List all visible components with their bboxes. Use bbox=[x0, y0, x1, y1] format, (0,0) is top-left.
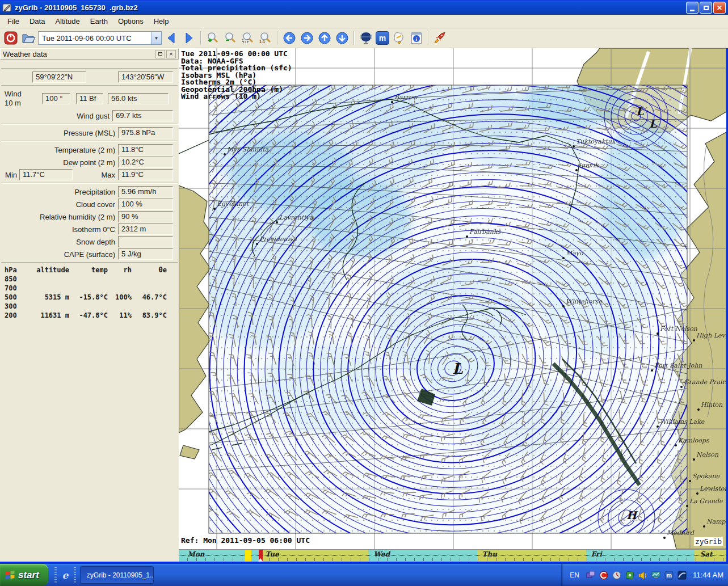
float-panel-button[interactable] bbox=[155, 50, 165, 58]
globe-icon bbox=[359, 31, 373, 45]
panel-title: Weather data bbox=[3, 50, 154, 58]
city-dot bbox=[575, 169, 578, 171]
humidity-label: Relative humidity (2 m) bbox=[0, 213, 118, 221]
wind-direction-value: 100 ° bbox=[42, 93, 70, 104]
city-dot bbox=[697, 408, 700, 411]
isotherm-value: 2312 m bbox=[118, 224, 173, 235]
maximize-button[interactable] bbox=[700, 2, 712, 14]
close-button[interactable]: ✕ bbox=[713, 2, 726, 14]
weather-map[interactable]: LLLHMys ShmidtaEgvekinotLavrentiyaProvid… bbox=[179, 48, 726, 549]
pressure-center-label: H bbox=[626, 509, 638, 521]
city-dot bbox=[657, 425, 659, 428]
place-name-label: Grande Prairie bbox=[684, 378, 726, 386]
city-dot bbox=[703, 525, 705, 528]
grib-info-button[interactable]: i bbox=[409, 30, 424, 46]
quicklaunch-grip[interactable] bbox=[54, 567, 57, 583]
menu-file[interactable]: File bbox=[2, 15, 24, 27]
menu-help[interactable]: Help bbox=[149, 15, 174, 27]
pan-down-button[interactable] bbox=[334, 30, 350, 46]
clock: 11:44 AM bbox=[693, 571, 723, 579]
quit-button[interactable] bbox=[3, 30, 19, 46]
temperature-value: 11.8°C bbox=[118, 144, 173, 155]
current-time-marker[interactable] bbox=[259, 550, 263, 562]
place-name-label: Mayo bbox=[566, 250, 584, 257]
toolbar: Tue 2011-09-06 00:00 UTC ▼ bbox=[0, 28, 728, 48]
display-settings-icon[interactable] bbox=[586, 571, 595, 580]
city-dot bbox=[663, 537, 666, 539]
table-row: 20011631 m -47.8°C11% 83.9°C bbox=[5, 311, 167, 320]
window-title: zyGrib - 20110905_165730_.grb.bz2 bbox=[15, 3, 686, 12]
minimize-button[interactable] bbox=[686, 2, 698, 14]
datetime-value: Tue 2011-09-06 00:00 UTC bbox=[39, 34, 151, 43]
place-name-label: High Level bbox=[696, 332, 726, 339]
wind-gust-value: 69.7 kts bbox=[112, 110, 173, 121]
humidity-value: 90 % bbox=[118, 211, 173, 222]
title-bar: zyGrib - 20110905_165730_.grb.bz2 ✕ bbox=[0, 0, 728, 15]
graphics-tray-icon[interactable] bbox=[651, 571, 660, 580]
zygrib-task-button[interactable]: zyGrib - 20110905_1... bbox=[80, 566, 154, 584]
vpn-status-icon[interactable] bbox=[625, 571, 634, 580]
windows-logo-icon bbox=[5, 570, 15, 580]
min-label: Min bbox=[5, 171, 19, 179]
volume-icon[interactable] bbox=[638, 571, 647, 580]
internet-explorer-icon[interactable]: e bbox=[58, 564, 72, 586]
meteotable-button[interactable]: m bbox=[376, 31, 389, 45]
pan-up-button[interactable] bbox=[317, 30, 333, 46]
compass-button[interactable] bbox=[391, 30, 407, 46]
messenger-tray-icon[interactable]: m bbox=[664, 571, 674, 580]
next-timestep-button[interactable] bbox=[181, 30, 197, 46]
cape-value: 5 J/kg bbox=[118, 248, 173, 260]
language-indicator[interactable]: EN bbox=[567, 570, 582, 580]
cape-label: CAPE (surface) bbox=[0, 250, 118, 259]
system-tray: EN m 11:44 AM bbox=[561, 564, 728, 586]
zoom-actual-button[interactable]: 1:1 bbox=[258, 30, 273, 46]
open-file-button[interactable] bbox=[20, 30, 36, 46]
zoom-in-button[interactable] bbox=[205, 30, 221, 46]
taskbar-grip[interactable] bbox=[74, 567, 76, 583]
city-dot bbox=[689, 480, 691, 482]
menu-data[interactable]: Data bbox=[24, 15, 50, 27]
menu-options[interactable]: Options bbox=[113, 15, 149, 27]
zoom-out-button[interactable] bbox=[222, 30, 238, 46]
max-temp-value: 11.9°C bbox=[118, 169, 173, 180]
start-button[interactable]: start bbox=[0, 564, 48, 586]
circle-arrow-right-icon bbox=[300, 31, 314, 45]
swoosh-tray-icon[interactable] bbox=[677, 571, 687, 580]
table-row: 700 bbox=[5, 284, 167, 293]
city-dot bbox=[391, 101, 393, 103]
wind-label: Wind 10 m bbox=[5, 90, 42, 108]
place-name-label: Provideniya bbox=[259, 235, 297, 243]
city-dot bbox=[693, 458, 695, 461]
menu-earth[interactable]: Earth bbox=[85, 15, 113, 27]
taskbar: start e zyGrib - 20110905_1... EN bbox=[0, 564, 728, 586]
city-dot bbox=[573, 145, 575, 147]
place-name-label: Fort Nelson bbox=[660, 325, 698, 332]
place-name-label: Spokane bbox=[692, 473, 721, 480]
zygrib-app-icon bbox=[2, 3, 12, 12]
chevron-down-icon[interactable]: ▼ bbox=[151, 32, 161, 44]
place-name-label: Barrow bbox=[394, 94, 419, 101]
city-dot bbox=[562, 257, 565, 259]
arrow-right-icon bbox=[183, 32, 195, 44]
map-canvas[interactable]: LLLHMys ShmidtaEgvekinotLavrentiyaProvid… bbox=[179, 48, 726, 549]
timeline[interactable]: Mon Tue Wed Thu Fri Sat bbox=[179, 549, 726, 562]
city-dot bbox=[562, 305, 565, 307]
reference-time-marker[interactable] bbox=[245, 550, 251, 562]
globe-view-button[interactable] bbox=[358, 30, 374, 46]
pan-left-button[interactable] bbox=[281, 30, 297, 46]
close-panel-button[interactable]: × bbox=[166, 50, 176, 58]
snow-depth-value bbox=[118, 236, 173, 247]
zoom-fit-button[interactable] bbox=[240, 30, 256, 46]
datetime-select[interactable]: Tue 2011-09-06 00:00 UTC ▼ bbox=[38, 31, 162, 45]
city-dot bbox=[686, 505, 688, 507]
city-dot bbox=[696, 492, 698, 495]
prev-timestep-button[interactable] bbox=[163, 30, 179, 46]
menu-altitude[interactable]: Altitude bbox=[50, 15, 85, 27]
place-name-label: Mys Shmidta bbox=[227, 146, 269, 153]
place-name-label: Nampa bbox=[706, 518, 726, 525]
download-grib-button[interactable] bbox=[432, 30, 448, 46]
antivirus-icon[interactable] bbox=[599, 571, 608, 580]
scheduler-icon[interactable] bbox=[612, 571, 621, 580]
place-name-label: Kamloops bbox=[678, 437, 710, 444]
pan-right-button[interactable] bbox=[299, 30, 315, 46]
